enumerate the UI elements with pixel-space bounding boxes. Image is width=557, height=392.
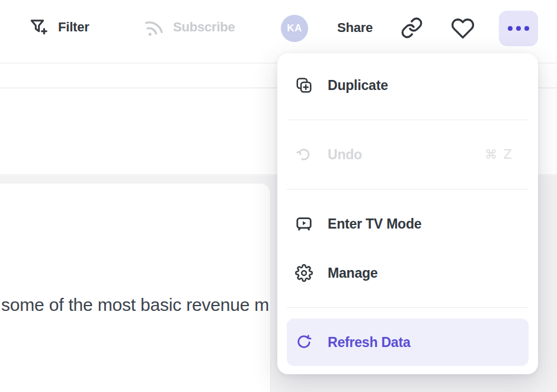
more-options-menu: Duplicate Undo ⌘ Z Enter TV M: [277, 53, 538, 374]
menu-label: Manage: [328, 265, 377, 281]
avatar[interactable]: KA: [281, 15, 308, 42]
keyboard-shortcut: ⌘ Z: [485, 147, 513, 162]
ellipsis-dot: [524, 26, 529, 31]
undo-icon: [295, 146, 313, 163]
menu-item-duplicate[interactable]: Duplicate: [287, 62, 529, 109]
filter-button[interactable]: Filter: [28, 17, 89, 38]
avatar-initials: KA: [287, 23, 302, 34]
share-button[interactable]: Share: [337, 20, 373, 36]
content-card: some of the most basic revenue m: [0, 184, 270, 392]
menu-label: Undo: [328, 147, 362, 163]
menu-item-refresh-data[interactable]: Refresh Data: [287, 319, 529, 366]
ellipsis-dot: [516, 26, 521, 31]
rss-subscribe-icon: [143, 17, 165, 38]
menu-label: Duplicate: [328, 78, 388, 94]
menu-item-manage[interactable]: Manage: [287, 249, 529, 297]
copy-link-button[interactable]: [401, 17, 423, 39]
subscribe-label: Subscribe: [173, 20, 235, 35]
subscribe-button[interactable]: Subscribe: [143, 17, 235, 38]
heart-icon: [451, 17, 475, 40]
menu-label: Enter TV Mode: [328, 216, 421, 232]
tv-mode-icon: [295, 215, 313, 233]
refresh-icon: [295, 333, 313, 351]
filter-label: Filter: [58, 20, 89, 35]
duplicate-icon: [295, 76, 313, 94]
more-options-button[interactable]: [499, 11, 538, 46]
filter-funnel-icon: [28, 17, 50, 38]
menu-item-undo[interactable]: Undo ⌘ Z: [287, 131, 529, 178]
link-icon: [401, 17, 423, 39]
gear-icon: [295, 264, 313, 282]
share-label: Share: [337, 20, 373, 36]
menu-divider: [287, 120, 529, 120]
menu-divider: [287, 307, 529, 308]
ellipsis-dot: [508, 26, 513, 31]
app-screen: some of the most basic revenue m Filter: [0, 0, 557, 392]
favorite-button[interactable]: [451, 17, 475, 40]
menu-label: Refresh Data: [328, 335, 411, 351]
menu-divider: [287, 189, 529, 189]
menu-item-tv-mode[interactable]: Enter TV Mode: [287, 200, 529, 248]
